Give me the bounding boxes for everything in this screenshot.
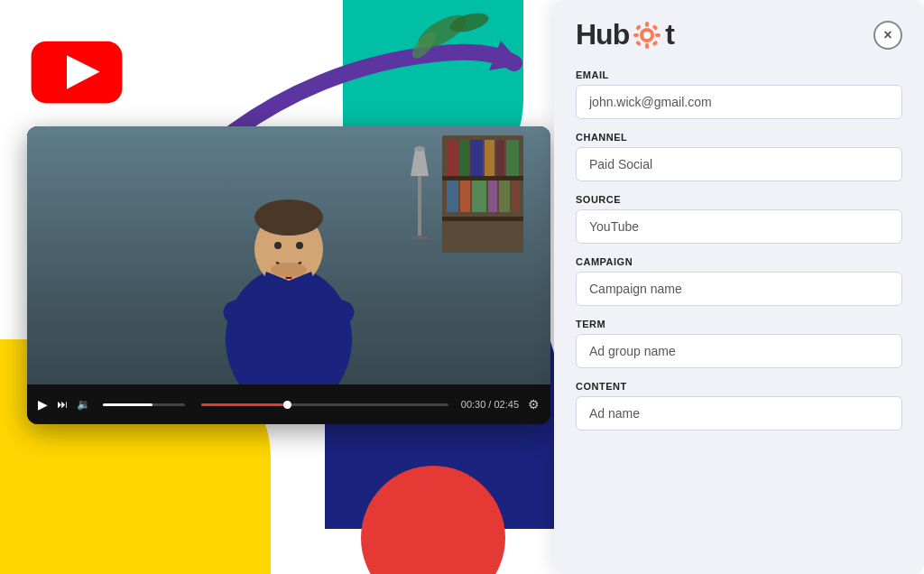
- svg-rect-45: [652, 40, 659, 46]
- hubspot-sprocket-icon: [632, 20, 662, 51]
- svg-point-32: [296, 242, 303, 249]
- svg-marker-22: [411, 149, 429, 176]
- hubspot-text-right: t: [665, 18, 674, 51]
- svg-point-38: [643, 32, 651, 39]
- play-button[interactable]: ▶: [38, 397, 48, 412]
- volume-icon[interactable]: 🔉: [77, 398, 90, 411]
- volume-slider[interactable]: [103, 403, 185, 406]
- svg-point-23: [414, 146, 425, 152]
- campaign-label: CAMPAIGN: [576, 256, 902, 267]
- svg-rect-15: [488, 181, 497, 212]
- svg-rect-13: [460, 181, 470, 212]
- email-input[interactable]: [576, 85, 902, 119]
- hubspot-logo: Hub t: [576, 18, 674, 51]
- close-button[interactable]: ×: [873, 21, 902, 50]
- campaign-field-group: CAMPAIGN: [576, 256, 902, 306]
- content-field-group: CONTENT: [576, 381, 902, 430]
- email-field-group: EMAIL: [576, 69, 902, 119]
- youtube-icon: [27, 36, 126, 108]
- svg-rect-16: [499, 181, 510, 212]
- left-panel: ▶ ⏭ 🔉 00:30 / 02:45 ⚙: [0, 0, 578, 574]
- seek-dot: [283, 401, 291, 409]
- svg-rect-19: [442, 217, 523, 221]
- youtube-logo: [27, 36, 126, 108]
- svg-rect-46: [635, 40, 642, 46]
- svg-rect-12: [447, 181, 458, 212]
- svg-rect-20: [418, 176, 421, 239]
- video-player: ▶ ⏭ 🔉 00:30 / 02:45 ⚙: [27, 126, 550, 424]
- video-content: [27, 126, 550, 384]
- svg-rect-40: [645, 43, 649, 49]
- svg-rect-42: [655, 33, 661, 37]
- channel-field-group: CHANNEL: [576, 132, 902, 181]
- channel-label: CHANNEL: [576, 132, 902, 143]
- svg-rect-43: [635, 23, 642, 30]
- svg-rect-10: [496, 140, 504, 176]
- svg-rect-9: [485, 140, 494, 176]
- content-input[interactable]: [576, 396, 902, 430]
- email-label: EMAIL: [576, 69, 902, 80]
- svg-rect-39: [645, 22, 649, 27]
- seek-fill: [201, 403, 288, 406]
- svg-point-21: [411, 236, 429, 239]
- settings-button[interactable]: ⚙: [528, 397, 540, 412]
- term-field-group: TERM: [576, 319, 902, 368]
- svg-rect-17: [512, 181, 519, 212]
- source-field-group: SOURCE: [576, 194, 902, 244]
- lamp-decoration: [406, 140, 433, 239]
- bookshelf-decoration: [442, 135, 523, 253]
- form-container: Hub t ×: [554, 0, 924, 465]
- hubspot-text-left: Hub: [576, 18, 629, 51]
- term-label: TERM: [576, 319, 902, 329]
- channel-input[interactable]: [576, 147, 902, 181]
- svg-rect-7: [459, 140, 468, 176]
- svg-rect-41: [633, 33, 639, 37]
- svg-rect-8: [470, 140, 483, 176]
- svg-rect-11: [506, 140, 519, 176]
- video-controls-bar[interactable]: ▶ ⏭ 🔉 00:30 / 02:45 ⚙: [27, 384, 550, 424]
- content-label: CONTENT: [576, 381, 902, 392]
- source-label: SOURCE: [576, 194, 902, 205]
- next-button[interactable]: ⏭: [57, 398, 68, 411]
- svg-rect-14: [472, 181, 486, 212]
- svg-rect-6: [447, 140, 457, 176]
- person-figure: [189, 132, 388, 384]
- svg-point-31: [274, 242, 282, 249]
- time-display: 00:30 / 02:45: [461, 399, 519, 410]
- svg-rect-18: [442, 176, 523, 181]
- svg-rect-44: [652, 23, 659, 30]
- hubspot-header: Hub t ×: [576, 18, 902, 51]
- hubspot-form-panel: Hub t ×: [554, 0, 924, 574]
- source-input[interactable]: [576, 209, 902, 244]
- campaign-input[interactable]: [576, 272, 902, 306]
- seek-bar[interactable]: [201, 403, 448, 406]
- svg-point-36: [271, 263, 307, 277]
- term-input[interactable]: [576, 334, 902, 368]
- svg-point-28: [254, 199, 323, 236]
